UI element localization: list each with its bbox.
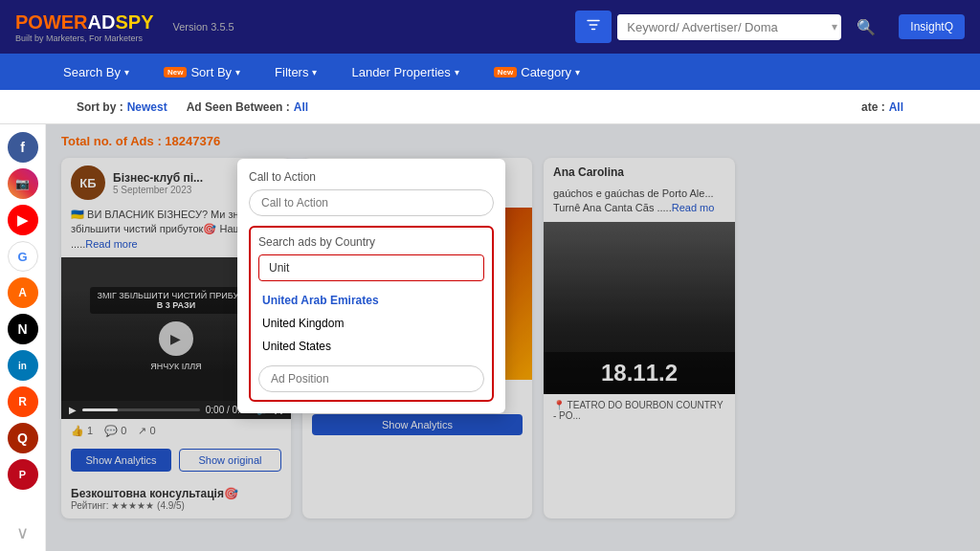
search-input[interactable] [617, 14, 828, 40]
sort-by-item: Sort by : Newest [77, 100, 167, 114]
nav-category-badge: New [494, 67, 517, 77]
country-search-input[interactable] [258, 254, 484, 281]
ad-position-input[interactable] [258, 365, 484, 392]
date-item: ate : All [861, 100, 903, 114]
call-to-action-input[interactable] [249, 189, 494, 216]
ad-seen-value[interactable]: All [294, 100, 308, 114]
sort-by-value[interactable]: Newest [127, 100, 167, 114]
nav-item-search-by[interactable]: Search By ▾ [57, 61, 135, 83]
logo-power: POWER [15, 11, 88, 33]
logo: POWERADSPY Built by Marketers, For Marke… [15, 11, 153, 43]
sort-by-label: Sort by : [77, 100, 123, 114]
overlay-backdrop[interactable] [46, 124, 980, 551]
logo-spy: SPY [115, 11, 153, 33]
nav-filters-label: Filters [275, 65, 308, 79]
nav-item-filters[interactable]: Filters ▾ [269, 61, 323, 83]
country-search-section: Search ads by Country United Arab Emirat… [249, 226, 494, 402]
call-to-action-label: Call to Action [249, 170, 494, 184]
filter-button[interactable]: path{stroke:white;stroke-width:2;fill:no… [575, 11, 612, 43]
sidebar-item-google[interactable]: G [8, 241, 38, 272]
filter-dropdown-panel: Call to Action Search ads by Country Uni… [237, 159, 505, 413]
sidebar-item-facebook[interactable]: f [8, 132, 38, 163]
nav-bar: Search By ▾ New Sort By ▾ Filters ▾ Land… [0, 54, 980, 90]
ad-seen-item: Ad Seen Between : All [187, 100, 308, 114]
date-label: ate : [861, 100, 885, 114]
sidebar-expand-icon[interactable]: ∨ [16, 522, 29, 543]
sidebar-item-instagram[interactable]: 📷 [8, 168, 38, 199]
content-area: Total no. of Ads : 18247376 КБ Бізнес-кл… [46, 124, 980, 551]
sidebar-item-pinterest[interactable]: P [8, 459, 38, 490]
sidebar-item-quora[interactable]: Q [8, 423, 38, 453]
sidebar-bottom: ∨ [16, 518, 29, 543]
nav-lander-label: Lander Properties [351, 65, 450, 79]
nav-sort-badge: New [164, 67, 187, 77]
country-option-uae[interactable]: United Arab Emirates [258, 289, 484, 312]
nav-sort-by-chevron: ▾ [235, 67, 240, 77]
nav-filters-chevron: ▾ [312, 67, 317, 77]
sidebar-item-youtube[interactable]: ▶ [8, 205, 38, 235]
sidebar-item-adwords[interactable]: A [8, 277, 38, 308]
nav-sort-by-label: Sort By [190, 65, 232, 79]
logo-ad: AD [88, 11, 116, 33]
nav-category-chevron: ▾ [575, 67, 580, 77]
insight-button[interactable]: InsightQ [899, 14, 965, 39]
country-option-uk[interactable]: United Kingdom [258, 312, 484, 335]
nav-item-lander[interactable]: Lander Properties ▾ [345, 61, 464, 83]
nav-category-label: Category [521, 65, 571, 79]
date-value[interactable]: All [889, 100, 903, 114]
logo-tagline: Built by Marketers, For Marketers [15, 33, 153, 43]
ad-position-wrapper [258, 365, 484, 392]
search-button[interactable]: 🔍 [847, 12, 885, 42]
country-section-label: Search ads by Country [258, 235, 484, 249]
nav-search-by-chevron: ▾ [124, 67, 129, 77]
country-option-us[interactable]: United States [258, 335, 484, 358]
search-input-wrapper: ▾ [617, 14, 841, 40]
sidebar-item-native[interactable]: N [8, 314, 38, 344]
nav-item-sort-by[interactable]: New Sort By ▾ [158, 61, 246, 83]
nav-lander-chevron: ▾ [455, 67, 459, 77]
sidebar-item-linkedin[interactable]: in [8, 350, 38, 381]
nav-search-by-label: Search By [63, 65, 121, 79]
version-label: Version 3.5.5 [172, 21, 234, 33]
main-layout: f 📷 ▶ G A N in R Q P ∨ Total no. of Ads … [0, 124, 980, 551]
header: POWERADSPY Built by Marketers, For Marke… [0, 0, 980, 54]
nav-item-category[interactable]: New Category ▾ [488, 61, 586, 83]
sidebar: f 📷 ▶ G A N in R Q P ∨ [0, 124, 46, 551]
sidebar-item-reddit[interactable]: R [8, 386, 38, 417]
ad-seen-label: Ad Seen Between : [187, 100, 290, 114]
sub-bar: Sort by : Newest Ad Seen Between : All a… [0, 90, 980, 124]
dropdown-chevron-icon: ▾ [828, 20, 841, 33]
search-bar-wrapper: path{stroke:white;stroke-width:2;fill:no… [575, 11, 965, 43]
